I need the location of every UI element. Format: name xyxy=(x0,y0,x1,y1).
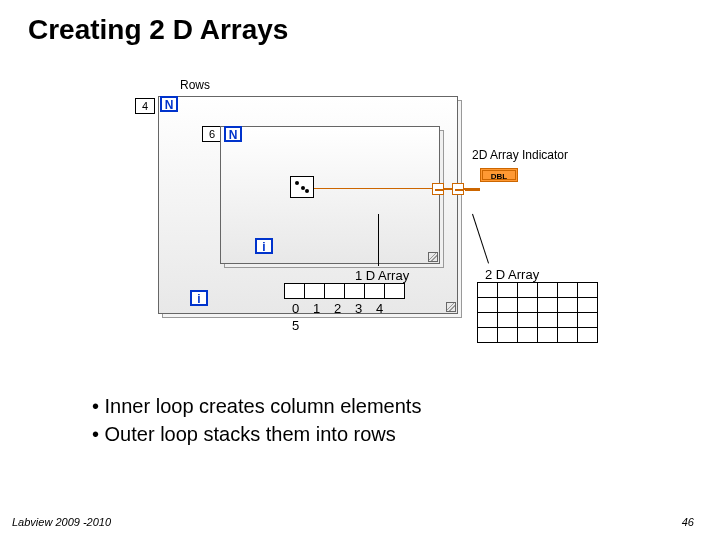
random-number-node xyxy=(290,176,314,198)
leader-line xyxy=(378,214,379,266)
footer-text: Labview 2009 -2010 xyxy=(12,516,111,528)
columns-value-box: 6 xyxy=(202,126,222,142)
slide-number: 46 xyxy=(682,516,694,528)
outer-i-terminal: i xyxy=(190,290,208,306)
wire-2d xyxy=(465,188,480,191)
array-1d-label: 1 D Array xyxy=(355,268,409,283)
wire xyxy=(314,188,432,189)
array-1d-indices: 0 1 2 3 4 xyxy=(285,301,390,316)
array-1d-cells xyxy=(285,283,405,299)
inner-i-terminal: i xyxy=(255,238,273,254)
bullet-item: Inner loop creates column elements xyxy=(105,395,422,417)
leader-line xyxy=(472,214,489,264)
inner-for-loop xyxy=(220,126,440,264)
slide-title: Creating 2 D Arrays xyxy=(28,14,288,46)
inner-N-terminal: N xyxy=(224,126,242,142)
outer-N-terminal: N xyxy=(160,96,178,112)
inner-resize-handle xyxy=(428,252,438,262)
array-2d-label: 2 D Array xyxy=(485,267,539,282)
dbl-indicator: DBL xyxy=(480,168,518,182)
outer-index-tunnel xyxy=(452,183,464,195)
array-2d-cells xyxy=(478,283,598,343)
outer-resize-handle xyxy=(446,302,456,312)
rows-value-box: 4 xyxy=(135,98,155,114)
bullet-item: Outer loop stacks them into rows xyxy=(105,423,396,445)
indicator-label: 2D Array Indicator xyxy=(472,148,568,162)
rows-label: Rows xyxy=(180,78,210,92)
block-diagram: Rows Columns 2D Array Indicator 4 6 N N … xyxy=(120,78,590,348)
inner-index-tunnel xyxy=(432,183,444,195)
bullet-list: • Inner loop creates column elements • O… xyxy=(92,392,421,448)
array-1d-index-5: 5 xyxy=(285,318,306,333)
